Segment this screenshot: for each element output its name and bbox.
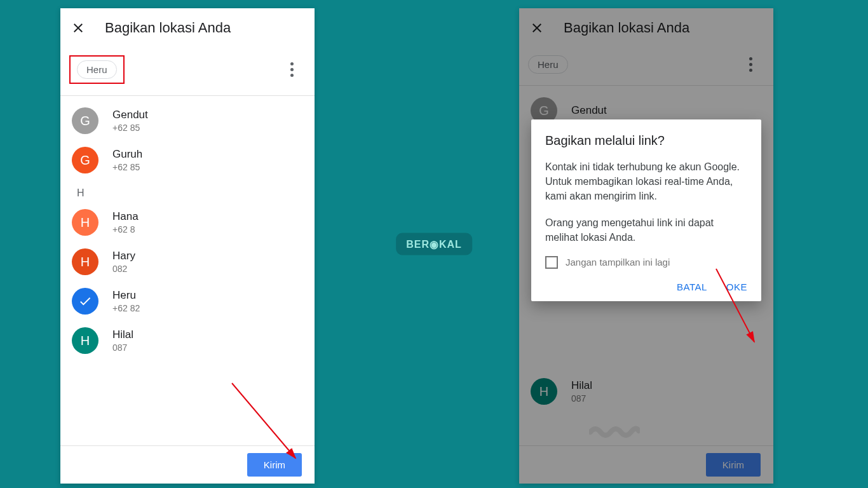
contact-phone: +62 85 [112,123,148,133]
contact-item[interactable]: G Guruh +62 85 [60,140,315,180]
page-title: Bagikan lokasi Anda [105,20,231,36]
contact-phone: +62 82 [112,303,140,313]
avatar: H [72,209,98,236]
highlight-annotation: Heru [69,55,125,84]
contact-name: Hary [112,250,135,262]
send-button[interactable]: Kirim [247,453,302,477]
contact-item-selected[interactable]: Heru +62 82 [60,281,315,321]
section-header: H [60,180,315,203]
contact-item[interactable]: H Hilal 087 [60,321,315,360]
contact-name: Hana [112,210,139,223]
contact-phone: +62 8 [112,224,139,234]
avatar: H [72,248,98,275]
checkbox-row[interactable]: Jangan tampilkan ini lagi [545,256,747,269]
dialog-actions: BATAL OKE [545,281,747,292]
contact-name: Hilal [112,329,133,341]
watermark-logo: BER◉KAL [396,233,472,255]
bottom-bar: Kirim [60,445,315,484]
selected-chip-row: Heru [60,48,315,95]
ok-button[interactable]: OKE [726,281,747,292]
contact-name: Heru [112,289,140,302]
avatar: G [72,107,98,134]
contact-chip[interactable]: Heru [77,60,117,79]
contact-name: Gendut [112,109,148,121]
header: Bagikan lokasi Anda [60,8,315,48]
checkbox-icon[interactable] [545,256,558,269]
close-icon[interactable] [71,20,86,36]
contact-phone: +62 85 [112,162,142,172]
checkbox-label: Jangan tampilkan ini lagi [566,257,670,268]
contact-list: G Gendut +62 85 G Guruh +62 85 H H Hana … [60,96,315,365]
contact-item[interactable]: H Hana +62 8 [60,203,315,242]
avatar: H [72,327,98,354]
contact-phone: 082 [112,264,135,274]
dialog-text: Kontak ini tidak terhubung ke akun Googl… [545,159,747,204]
cancel-button[interactable]: BATAL [677,281,707,292]
redaction-scribble [589,424,634,437]
contact-name: Guruh [112,148,142,161]
check-icon [72,288,98,315]
dialog-text: Orang yang mengetahui link ini dapat mel… [545,215,747,245]
phone-screen-right: Bagikan lokasi Anda Heru G Gendut H Hila… [519,8,773,484]
share-link-dialog: Bagikan melalui link? Kontak ini tidak t… [531,119,761,301]
avatar: G [72,147,98,173]
contact-item[interactable]: G Gendut +62 85 [60,101,315,140]
more-vert-icon[interactable] [284,62,299,78]
phone-screen-left: Bagikan lokasi Anda Heru G Gendut +62 85… [60,8,315,484]
dialog-title: Bagikan melalui link? [545,133,747,148]
contact-item[interactable]: H Hary 082 [60,242,315,281]
contact-phone: 087 [112,342,133,353]
